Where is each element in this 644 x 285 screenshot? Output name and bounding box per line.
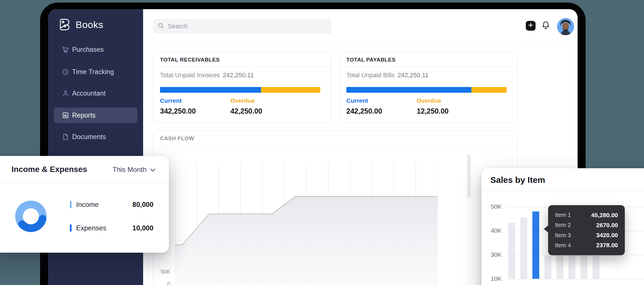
search-input[interactable]: [168, 23, 327, 30]
sidebar-item-label: Reports: [72, 112, 96, 119]
y-axis-tick-label: 50K: [487, 203, 501, 210]
page: Books Purchases Time Tracking: [0, 0, 644, 285]
tooltip-rows: Item 145,280.00Item 22670.00Item 33420.0…: [555, 210, 618, 250]
period-label: This Month: [112, 166, 147, 174]
sidebar-item-accountant[interactable]: Accountant: [54, 86, 137, 101]
overdue-label: Overdue: [230, 97, 255, 104]
sidebar-item-purchases[interactable]: Purchases: [54, 42, 137, 57]
y-axis-label: 50K: [156, 269, 170, 275]
sidebar-item-label: Accountant: [72, 90, 106, 97]
bar[interactable]: [556, 256, 563, 279]
avatar[interactable]: [557, 18, 574, 35]
progress-current-segment: [160, 87, 261, 93]
bar-active[interactable]: [532, 211, 539, 279]
legend-label: Expenses: [76, 224, 106, 232]
current-value: 242,250.00: [346, 107, 382, 115]
notifications-button[interactable]: [540, 19, 552, 32]
sidebar-item-label: Time Tracking: [72, 68, 114, 76]
current-value: 342,250.00: [160, 107, 196, 115]
income-tick-icon: [70, 201, 72, 208]
sidebar-item-label: Purchases: [72, 46, 104, 54]
payables-progress-bar: [346, 87, 507, 93]
bar[interactable]: [520, 217, 527, 279]
progress-overdue-segment: [261, 87, 320, 93]
add-new-button[interactable]: [526, 21, 536, 31]
current-label: Current: [160, 97, 182, 104]
current-label: Current: [346, 97, 368, 104]
app-name: Books: [76, 19, 103, 30]
clock-icon: [62, 68, 69, 76]
legend-value: 80,000: [133, 201, 153, 209]
search-box[interactable]: [153, 19, 331, 34]
plus-icon: [528, 22, 534, 29]
card-header: Income & Expenses This Month: [0, 156, 169, 183]
tooltip-arrow-icon: [544, 225, 548, 233]
unpaid-summary: Total Unpaid Bills242,250.11: [346, 72, 428, 79]
card-title: Income & Expenses: [11, 165, 87, 174]
tooltip-row: Item 33420.00: [555, 230, 618, 240]
tooltip-item-label: Item 4: [555, 242, 571, 249]
sales-tooltip: Item 145,280.00Item 22670.00Item 33420.0…: [548, 205, 625, 255]
overdue-value: 42,250.00: [230, 107, 262, 115]
bar[interactable]: [592, 256, 599, 279]
tooltip-item-label: Item 2: [555, 222, 571, 228]
person-icon: [62, 90, 69, 97]
tooltip-item-label: Item 1: [555, 212, 571, 218]
gridline: [507, 279, 644, 279]
sidebar-item-label: Documents: [72, 133, 106, 141]
sidebar-item-reports[interactable]: Reports: [54, 108, 137, 123]
bar-chart-icon: [62, 112, 69, 119]
legend-row-expenses: Expenses 10,000: [70, 222, 153, 234]
unpaid-value: 242,250.11: [398, 72, 428, 79]
total-payables-card: TOTAL PAYABLES Total Unpaid Bills242,250…: [339, 52, 517, 122]
sidebar-item-documents[interactable]: Documents: [54, 129, 137, 145]
income-expenses-donut-chart: [15, 201, 47, 232]
legend-value: 10,000: [133, 224, 153, 232]
income-expenses-card: Income & Expenses This Month Income 80,0…: [0, 156, 169, 253]
legend-label: Income: [76, 201, 99, 209]
unpaid-label: Total Unpaid Bills: [346, 72, 395, 79]
search-icon: [157, 22, 164, 30]
tooltip-row: Item 42378.00: [555, 240, 618, 250]
tooltip-item-label: Item 3: [555, 232, 571, 239]
divider: [153, 67, 331, 67]
cart-icon: [62, 46, 69, 53]
card-title: CASH FLOW: [160, 135, 194, 142]
y-axis-tick-label: 10K: [487, 275, 501, 282]
divider: [481, 191, 644, 191]
progress-overdue-segment: [471, 87, 507, 93]
tooltip-item-value: 3420.00: [596, 232, 618, 239]
receivables-progress-bar: [160, 87, 320, 93]
card-title: Sales by Item: [490, 175, 545, 185]
scrollbar-thumb[interactable]: [467, 155, 471, 197]
unpaid-summary: Total Unpaid Invoices242,250.11: [160, 72, 254, 79]
card-title: TOTAL PAYABLES: [346, 57, 396, 63]
bell-icon: [541, 20, 551, 31]
y-axis-label: 0: [156, 281, 170, 285]
cash-flow-card: CASH FLOW 50K 0: [153, 130, 517, 285]
overdue-label: Overdue: [417, 97, 441, 104]
cash-flow-chart: [175, 163, 438, 285]
bar[interactable]: [580, 256, 587, 279]
unpaid-label: Total Unpaid Invoices: [160, 72, 220, 79]
card-title: TOTAL RECEIVABLES: [160, 57, 220, 63]
bar[interactable]: [544, 256, 551, 279]
sidebar-item-time-tracking[interactable]: Time Tracking: [54, 64, 137, 80]
progress-current-segment: [346, 87, 471, 93]
tooltip-row: Item 22670.00: [555, 220, 618, 230]
unpaid-value: 242,250.11: [223, 72, 254, 79]
sales-by-item-card: Sales by Item 50K40K30K10K Item 145,280.…: [481, 168, 644, 285]
bar[interactable]: [508, 223, 515, 279]
overdue-value: 12,250.00: [417, 107, 449, 115]
tooltip-item-value: 2670.00: [596, 222, 618, 229]
books-logo-icon: [58, 17, 71, 32]
y-axis-tick-label: 30K: [487, 251, 501, 258]
legend-row-income: Income 80,000: [70, 199, 153, 210]
y-axis-tick-label: 40K: [487, 227, 501, 234]
total-receivables-card: TOTAL RECEIVABLES Total Unpaid Invoices2…: [153, 52, 331, 122]
period-selector[interactable]: This Month: [112, 166, 156, 174]
bar[interactable]: [568, 256, 575, 279]
divider: [153, 146, 517, 147]
expenses-tick-icon: [70, 224, 72, 232]
chevron-down-icon: [150, 166, 156, 174]
